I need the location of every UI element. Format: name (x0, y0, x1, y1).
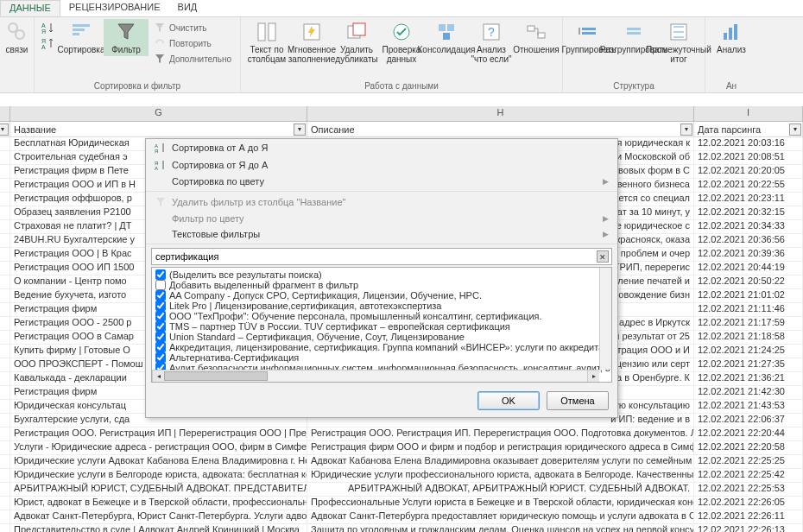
table-row[interactable]: АРБИТРАЖНЫЙ ЮРИСТ, СУДЕБНЫЙ АДВОКАТ. ПРЕ… (0, 483, 803, 497)
header-desc[interactable]: Описание (307, 122, 694, 136)
refresh-links-button[interactable]: связи (3, 19, 30, 56)
header-date[interactable]: Дата парсинга (694, 122, 803, 136)
clear-filter-item: Удалить фильтр из столбца "Название" (146, 193, 617, 211)
svg-rect-21 (538, 33, 545, 38)
relations-button[interactable]: Отношения (514, 19, 559, 56)
scroll-right-arrow[interactable]: ▸ (587, 370, 599, 382)
sort-za-icon[interactable]: ЯА (41, 36, 55, 50)
filter-checkbox[interactable] (155, 332, 166, 342)
filter-button[interactable]: Фильтр (104, 19, 149, 56)
filter-checkbox[interactable] (155, 311, 166, 321)
clear-search-button[interactable]: ✕ (597, 250, 609, 263)
text-filters-item[interactable]: Текстовые фильтры▶ (146, 226, 617, 242)
table-row[interactable]: Представительство в суде | Адвокат Андре… (0, 524, 803, 532)
date-filter-dropdown[interactable] (789, 124, 801, 136)
sort-az-icon[interactable]: АЯ (41, 21, 55, 35)
filter-checkbox[interactable] (155, 321, 166, 332)
chevron-right-icon: ▶ (603, 214, 609, 223)
filter-values-list[interactable]: (Выделить все результаты поиска)Добавить… (151, 267, 612, 383)
clear-funnel-icon (155, 196, 167, 208)
text-to-columns-button[interactable]: Текст по столбцам (244, 19, 289, 66)
row-filter-dropdown[interactable] (0, 124, 9, 136)
clear-filter-button[interactable]: Очистить (152, 21, 233, 35)
svg-text:Я: Я (41, 38, 46, 44)
data-validation-button[interactable]: Проверка данных (379, 19, 424, 66)
svg-rect-13 (353, 23, 365, 35)
filter-checkbox[interactable] (155, 280, 166, 290)
chevron-right-icon: ▶ (603, 177, 609, 186)
filter-value-item[interactable]: Альтернатива-Сертификация (154, 352, 610, 363)
table-row[interactable]: Регистрация ООО. Регистрация ИП | Перере… (0, 428, 803, 441)
col-i[interactable]: I (694, 106, 803, 121)
sort-za-item[interactable]: ЯАСортировка от Я до А (146, 156, 617, 174)
col-h[interactable]: H (307, 106, 694, 121)
svg-rect-9 (258, 23, 265, 41)
filter-value-item[interactable]: AA Company - Допуск СРО, Сертификация, Л… (154, 290, 610, 301)
sort-az-icon: АЯ (155, 142, 167, 154)
reapply-button[interactable]: Повторить (152, 36, 233, 50)
filter-checkbox[interactable] (155, 269, 166, 280)
advanced-filter-button[interactable]: Дополнительно (152, 52, 233, 66)
ungroup-icon (623, 21, 645, 43)
filter-checkbox[interactable] (155, 301, 166, 311)
svg-rect-15 (439, 24, 446, 31)
table-row[interactable]: Юрист, адвокат в Бежецке и в Тверской об… (0, 497, 803, 510)
filter-value-item[interactable]: Добавить выделенный фрагмент в фильтр (154, 280, 610, 290)
whatif-button[interactable]: ?Анализ "что если" (469, 19, 514, 66)
vertical-scrollbar[interactable] (599, 268, 611, 370)
table-row[interactable]: Юридические услуги Адвокат Кабанова Елен… (0, 455, 803, 469)
header-name[interactable]: Название (10, 122, 307, 136)
sort-color-item[interactable]: Сортировка по цвету▶ (146, 174, 617, 189)
filter-value-item[interactable]: Litek Pro | Лицензирование,сертификация,… (154, 301, 610, 311)
tab-data[interactable]: ДАННЫЕ (0, 0, 60, 16)
tab-view[interactable]: ВИД (169, 0, 206, 16)
sort-za-icon: ЯА (155, 159, 167, 171)
sort-button[interactable]: Сортировка (59, 19, 104, 56)
filter-checkbox[interactable] (155, 352, 166, 363)
col-g[interactable]: G (10, 106, 307, 121)
filter-checkbox[interactable] (155, 290, 166, 301)
horizontal-scrollbar[interactable]: ◂ ▸ (152, 370, 599, 382)
header-row: Название Описание Дата парсинга (0, 122, 803, 137)
name-filter-dropdown[interactable] (294, 124, 306, 136)
table-row[interactable]: Юридические услуги в Белгороде юриста, а… (0, 469, 803, 483)
svg-text:А: А (41, 44, 46, 50)
svg-rect-8 (73, 33, 79, 35)
subtotal-button[interactable]: Промежуточный итог (656, 19, 701, 66)
tab-review[interactable]: РЕЦЕНЗИРОВАНИЕ (60, 0, 169, 16)
validation-icon (390, 21, 413, 43)
dup-icon (345, 21, 368, 43)
cancel-button[interactable]: Отмена (547, 391, 609, 410)
table-row[interactable]: Адвокат Санкт-Петербурга, Юрист Санкт-Пе… (0, 510, 803, 524)
svg-rect-29 (734, 24, 737, 40)
filter-color-item: Фильтр по цвету▶ (146, 211, 617, 226)
filter-value-item[interactable]: Union Standard – Сертификация, Обучение,… (154, 332, 610, 342)
analysis-button[interactable]: Анализ (709, 19, 754, 56)
filter-value-item[interactable]: Аккредитация, лицензирование, сертификац… (154, 342, 610, 352)
table-row[interactable]: Услуги - Юридические адреса - регистраци… (0, 441, 803, 455)
subtotal-icon (667, 21, 690, 43)
consolidate-button[interactable]: Консолидация (424, 19, 469, 56)
consolidate-icon (435, 21, 458, 43)
svg-rect-24 (627, 28, 641, 30)
desc-filter-dropdown[interactable] (680, 124, 692, 136)
relations-icon (525, 21, 547, 43)
sort-az-item[interactable]: АЯСортировка от А до Я (146, 139, 617, 156)
ok-button[interactable]: OK (477, 391, 540, 410)
group-icon (578, 21, 600, 43)
filter-search-input[interactable] (151, 248, 612, 265)
svg-rect-10 (269, 23, 275, 41)
whatif-icon: ? (480, 21, 503, 43)
svg-point-1 (16, 30, 24, 39)
svg-rect-22 (582, 28, 596, 30)
filter-value-item[interactable]: (Выделить все результаты поиска) (154, 269, 610, 280)
filter-value-item[interactable]: ООО "ТехПрофи": Обучение персонала, пром… (154, 311, 610, 321)
filter-value-item[interactable]: TMS – партнер TÜV в России. TUV сертифик… (154, 321, 610, 332)
remove-duplicates-button[interactable]: Удалить дубликаты (334, 19, 379, 66)
svg-rect-17 (443, 33, 450, 40)
scroll-thumb[interactable] (164, 371, 268, 381)
column-letters: G H I (0, 106, 803, 122)
filter-checkbox[interactable] (155, 342, 166, 352)
flash-fill-button[interactable]: Мгновенное заполнение (289, 19, 334, 66)
scroll-left-arrow[interactable]: ◂ (152, 370, 164, 382)
